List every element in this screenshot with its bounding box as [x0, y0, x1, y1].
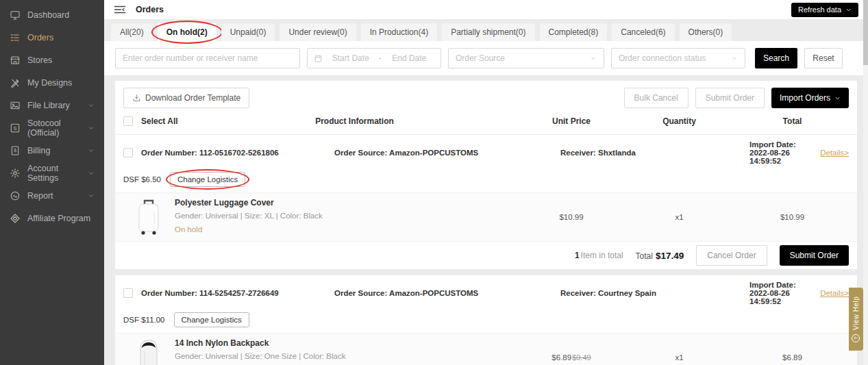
- unit-price-cell: $6.89$9.49: [520, 353, 623, 362]
- column-total: Total: [736, 116, 849, 126]
- column-product-information: Product Information: [189, 116, 520, 126]
- main-content: Orders Refresh data All(20) On hold(2) U…: [104, 0, 868, 365]
- start-date-placeholder: Start Date: [325, 53, 376, 63]
- toolbar-actions: Bulk Cancel Submit Order Import Orders: [624, 88, 849, 108]
- order-item-row: 14 Inch Nylon Backpack Gender: Universal…: [115, 333, 857, 365]
- orders-table-header: Select All Product Information Unit Pric…: [115, 115, 857, 134]
- original-price: $9.49: [572, 353, 591, 362]
- sidebar-item-my-designs[interactable]: My Designs: [0, 71, 104, 94]
- sidebar-item-sotocool[interactable]: S Sotocool (Official): [0, 116, 104, 139]
- order-source: Order Source: Amazon-POPCUSTOMS: [334, 149, 560, 157]
- import-orders-button[interactable]: Import Orders: [771, 88, 849, 108]
- order-header-row: Order Number: 114-5254257-2726649 Order …: [115, 275, 857, 311]
- order-details-link[interactable]: Details>: [805, 149, 849, 157]
- image-icon: [10, 100, 21, 111]
- order-divider: [115, 269, 857, 275]
- sidebar-item-label: Report: [27, 191, 53, 201]
- submit-order-toolbar-button[interactable]: Submit Order: [695, 88, 765, 108]
- quantity-cell: x1: [623, 213, 736, 221]
- import-orders-label: Import Orders: [780, 93, 830, 103]
- download-icon: [132, 94, 141, 103]
- chevron-down-icon: [88, 170, 95, 177]
- view-help-tab[interactable]: ? View Help: [849, 288, 863, 351]
- chevron-down-icon: [88, 147, 95, 154]
- order-status-tabs: All(20) On hold(2) Unpaid(0) Under revie…: [104, 19, 868, 41]
- store-icon: [10, 55, 21, 66]
- order-import-date: Import Date: 2022-08-26 14:59:52: [749, 281, 805, 305]
- chevron-down-icon: [834, 95, 841, 101]
- sidebar-item-dashboard[interactable]: Dashboard: [0, 3, 104, 26]
- select-all-label: Select All: [141, 116, 189, 126]
- search-input[interactable]: [115, 48, 300, 68]
- sidebar-item-label: Dashboard: [27, 10, 69, 20]
- tab-under-review[interactable]: Under review(0): [280, 23, 356, 41]
- column-quantity: Quantity: [623, 116, 736, 126]
- sidebar-item-label: Stores: [27, 55, 52, 65]
- order-connection-status-select[interactable]: Order connection status: [611, 48, 745, 68]
- dashboard-icon: [10, 10, 21, 21]
- sidebar-item-label: Account Settings: [27, 164, 88, 183]
- product-image-luggage: [133, 198, 164, 236]
- tab-canceled[interactable]: Canceled(6): [612, 23, 674, 41]
- sidebar-item-stores[interactable]: Stores: [0, 49, 104, 71]
- download-order-template-button[interactable]: Download Order Template: [123, 88, 249, 108]
- sotocool-icon: S: [10, 123, 21, 134]
- total-cell: $10.99: [736, 213, 849, 221]
- tab-in-production[interactable]: In Production(4): [361, 23, 437, 41]
- order-checkbox[interactable]: [123, 288, 133, 298]
- order-header-row: Order Number: 112-0516702-5261806 Order …: [115, 135, 857, 171]
- dsf-fee: DSF $6.50: [123, 175, 161, 184]
- quantity-cell: x1: [623, 353, 736, 362]
- tab-on-hold[interactable]: On hold(2): [158, 23, 216, 41]
- change-logistics-button[interactable]: Change Logistics: [170, 172, 245, 187]
- product-name: Polyester Luggage Cover: [175, 198, 323, 207]
- order-summary-row: 1Item in total Total$17.49 Cancel Order …: [115, 242, 857, 269]
- sidebar-item-label: My Designs: [27, 78, 72, 88]
- order-source-placeholder: Order Source: [456, 53, 590, 63]
- product-attributes: Gender: Universal | Size: XL | Color: Bl…: [175, 212, 323, 220]
- tab-others[interactable]: Others(0): [680, 23, 732, 41]
- change-logistics-button[interactable]: Change Logistics: [174, 312, 249, 327]
- item-count: 1Item in total: [575, 251, 623, 260]
- reset-button[interactable]: Reset: [804, 48, 843, 68]
- collapse-sidebar-icon[interactable]: [114, 5, 126, 14]
- cancel-order-button[interactable]: Cancel Order: [696, 245, 767, 266]
- sidebar-item-orders[interactable]: Orders: [0, 26, 104, 49]
- select-all-checkbox[interactable]: [123, 116, 133, 126]
- refresh-data-button[interactable]: Refresh data: [791, 3, 858, 17]
- orders-panel: Download Order Template Bulk Cancel Subm…: [115, 81, 857, 365]
- orders-icon: [10, 32, 21, 43]
- product-name: 14 Inch Nylon Backpack: [175, 338, 346, 348]
- product-info-cell: Polyester Luggage Cover Gender: Universa…: [123, 198, 520, 236]
- chevron-down-icon: [88, 102, 95, 109]
- billing-icon: $: [10, 145, 21, 156]
- sidebar-item-label: Billing: [27, 146, 50, 155]
- order-details-link[interactable]: Details>: [805, 289, 849, 297]
- product-info-cell: 14 Inch Nylon Backpack Gender: Universal…: [123, 338, 520, 365]
- order-source-select[interactable]: Order Source: [448, 48, 604, 68]
- affiliate-icon: [10, 213, 21, 224]
- search-button[interactable]: Search: [755, 48, 797, 68]
- date-range-picker[interactable]: Start Date - End Date: [307, 48, 441, 68]
- order-number: Order Number: 112-0516702-5261806: [141, 149, 334, 157]
- calendar-icon: [314, 54, 323, 63]
- top-bar: Orders Refresh data: [104, 0, 868, 19]
- scrollbar-thumb[interactable]: [863, 0, 868, 65]
- tab-partially-shipment[interactable]: Partially shipment(0): [442, 23, 534, 41]
- tab-unpaid[interactable]: Unpaid(0): [221, 23, 275, 41]
- tab-all[interactable]: All(20): [111, 23, 153, 41]
- sidebar-item-report[interactable]: Report: [0, 184, 104, 207]
- sidebar-item-account-settings[interactable]: Account Settings: [0, 162, 104, 184]
- filter-bar: Start Date - End Date Order Source Order…: [104, 41, 868, 75]
- tab-completed[interactable]: Completed(8): [540, 23, 608, 41]
- product-text: Polyester Luggage Cover Gender: Universa…: [175, 198, 323, 236]
- sidebar-item-affiliate-program[interactable]: Affiliate Program: [0, 207, 104, 229]
- submit-order-button[interactable]: Submit Order: [780, 245, 849, 266]
- order-checkbox[interactable]: [123, 148, 133, 158]
- gear-icon: [10, 168, 21, 179]
- sidebar-item-file-library[interactable]: File Library: [0, 94, 104, 116]
- order-source: Order Source: Amazon-POPCUSTOMS: [334, 289, 560, 297]
- sidebar-item-billing[interactable]: $ Billing: [0, 139, 104, 162]
- chevron-down-icon: [845, 7, 852, 13]
- bulk-cancel-button[interactable]: Bulk Cancel: [624, 88, 689, 108]
